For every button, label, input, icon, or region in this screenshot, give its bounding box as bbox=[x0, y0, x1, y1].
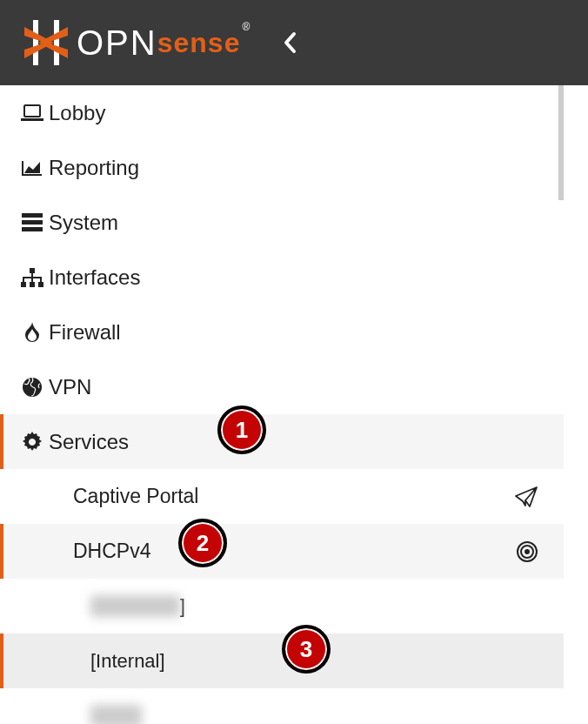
sidebar: Lobby Reporting System Interfaces Firewa bbox=[0, 85, 564, 724]
paper-plane-icon bbox=[515, 486, 538, 507]
brand-text-opn: OPN bbox=[77, 23, 157, 63]
nav-interfaces[interactable]: Interfaces bbox=[0, 250, 564, 305]
dhcpv4-iface-0-hidden: XXXXXXX bbox=[90, 595, 180, 617]
nav-system[interactable]: System bbox=[0, 195, 564, 250]
svg-rect-1 bbox=[54, 20, 59, 65]
brand-text-sense: sense bbox=[157, 27, 241, 59]
svg-rect-0 bbox=[33, 20, 38, 65]
dhcpv4-iface-2[interactable]: XXXX bbox=[0, 688, 564, 724]
brand-logo[interactable]: OPNsense® bbox=[24, 16, 248, 70]
nav-firewall-label: Firewall bbox=[49, 320, 121, 345]
collapse-sidebar-button[interactable] bbox=[283, 31, 297, 54]
nav-lobby-label: Lobby bbox=[49, 101, 105, 125]
svg-rect-8 bbox=[22, 220, 43, 225]
nav-interfaces-label: Interfaces bbox=[49, 265, 140, 290]
dhcpv4-iface-internal-label: [Internal] bbox=[90, 650, 165, 673]
nav-reporting-label: Reporting bbox=[49, 156, 139, 180]
bullseye-icon bbox=[517, 541, 538, 562]
sub-captive-portal-label: Captive Portal bbox=[73, 485, 198, 508]
main-nav: Lobby Reporting System Interfaces Firewa bbox=[0, 85, 564, 724]
area-chart-icon bbox=[16, 159, 49, 177]
dhcpv4-iface-2-hidden: XXXX bbox=[90, 705, 142, 725]
nav-vpn[interactable]: VPN bbox=[0, 359, 564, 414]
svg-rect-11 bbox=[21, 282, 26, 287]
globe-icon bbox=[16, 377, 49, 398]
svg-marker-6 bbox=[24, 162, 40, 173]
logo-mark-icon bbox=[24, 18, 68, 67]
dhcpv4-iface-0-suffix: ] bbox=[180, 595, 185, 617]
dhcpv4-iface-internal[interactable]: [Internal] bbox=[0, 634, 564, 688]
svg-rect-10 bbox=[30, 268, 35, 273]
svg-rect-9 bbox=[22, 227, 43, 231]
svg-rect-4 bbox=[24, 105, 40, 117]
sub-dhcpv4[interactable]: DHCPv4 bbox=[0, 524, 564, 579]
sub-dhcpv4-label: DHCPv4 bbox=[73, 540, 150, 563]
sitemap-icon bbox=[16, 268, 49, 287]
nav-system-label: System bbox=[49, 211, 118, 235]
svg-point-18 bbox=[525, 549, 530, 554]
dhcpv4-iface-0[interactable]: XXXXXXX] bbox=[0, 579, 564, 634]
laptop-icon bbox=[16, 104, 49, 122]
nav-lobby[interactable]: Lobby bbox=[0, 85, 564, 140]
sub-captive-portal[interactable]: Captive Portal bbox=[0, 469, 564, 524]
nav-services[interactable]: Services bbox=[0, 414, 564, 469]
top-bar: OPNsense® bbox=[0, 0, 588, 85]
svg-rect-13 bbox=[38, 282, 43, 287]
nav-services-label: Services bbox=[49, 430, 129, 454]
svg-point-15 bbox=[30, 439, 35, 444]
registered-mark: ® bbox=[242, 21, 250, 33]
svg-rect-7 bbox=[22, 213, 43, 218]
nav-firewall[interactable]: Firewall bbox=[0, 305, 564, 359]
nav-vpn-label: VPN bbox=[49, 375, 91, 399]
svg-rect-5 bbox=[21, 118, 43, 121]
nav-reporting[interactable]: Reporting bbox=[0, 140, 564, 195]
gear-icon bbox=[16, 432, 49, 452]
svg-rect-12 bbox=[30, 282, 35, 287]
server-stack-icon bbox=[16, 213, 49, 232]
fire-icon bbox=[16, 322, 49, 343]
chevron-left-icon bbox=[283, 31, 297, 54]
